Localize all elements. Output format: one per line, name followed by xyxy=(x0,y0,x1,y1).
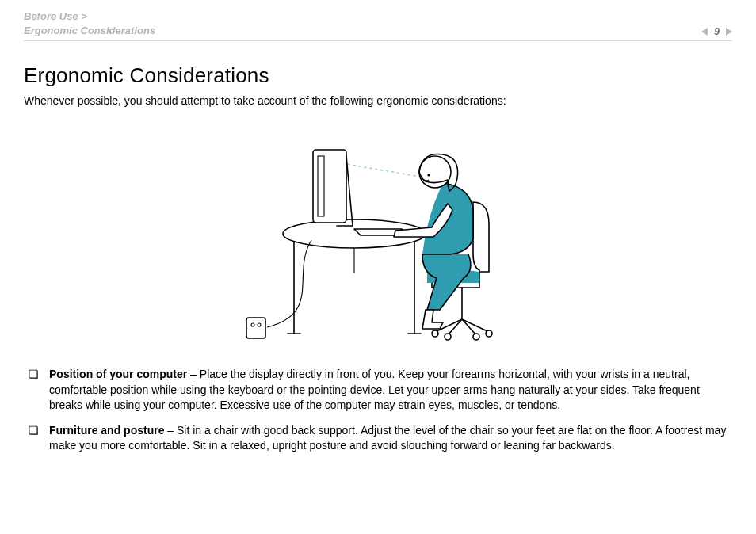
svg-point-6 xyxy=(432,330,438,337)
page-number: 9 xyxy=(712,26,721,37)
svg-rect-3 xyxy=(246,318,265,338)
prev-page-icon[interactable] xyxy=(701,28,708,36)
svg-point-8 xyxy=(445,334,451,340)
next-page-icon[interactable] xyxy=(726,28,732,36)
list-item: Furniture and posture – Sit in a chair w… xyxy=(29,423,732,454)
breadcrumb: Before Use Ergonomic Considerations xyxy=(24,10,155,37)
bullet-list: Position of your computer – Place the di… xyxy=(24,367,732,454)
ergonomics-illustration xyxy=(235,115,521,353)
document-page: Before Use Ergonomic Considerations 9 Er… xyxy=(0,0,756,534)
breadcrumb-current: Ergonomic Considerations xyxy=(24,24,155,38)
bullet-title: Position of your computer xyxy=(49,368,187,380)
svg-point-11 xyxy=(427,174,430,176)
svg-point-9 xyxy=(473,334,479,340)
page-navigator: 9 xyxy=(701,26,732,37)
intro-text: Whenever possible, you should attempt to… xyxy=(24,94,732,107)
bullet-title: Furniture and posture xyxy=(49,424,164,437)
svg-point-7 xyxy=(486,330,492,337)
header-row: Before Use Ergonomic Considerations 9 xyxy=(24,10,732,41)
breadcrumb-parent: Before Use xyxy=(24,10,155,24)
list-item: Position of your computer – Place the di… xyxy=(29,367,732,414)
page-title: Ergonomic Considerations xyxy=(24,63,732,88)
